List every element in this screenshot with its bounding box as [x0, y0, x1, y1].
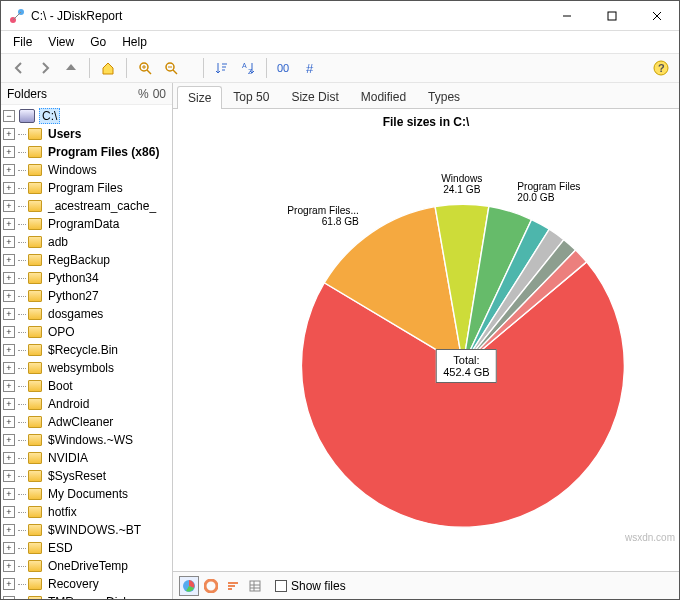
expander-icon[interactable]: + [3, 578, 15, 590]
tree-node[interactable]: +NVIDIA [1, 449, 172, 467]
tree-node[interactable]: +$Recycle.Bin [1, 341, 172, 359]
tree-node[interactable]: +Program Files [1, 179, 172, 197]
folder-icon [28, 200, 42, 212]
tree-node-label: $Recycle.Bin [46, 343, 120, 357]
expander-icon[interactable]: + [3, 596, 15, 599]
tree-node[interactable]: +dosgames [1, 305, 172, 323]
folder-icon [28, 128, 42, 140]
tree-node[interactable]: +Python34 [1, 269, 172, 287]
close-button[interactable] [634, 1, 679, 30]
expander-icon[interactable]: + [3, 434, 15, 446]
tree-node[interactable]: +OPO [1, 323, 172, 341]
tree-node[interactable]: +Python27 [1, 287, 172, 305]
help-icon[interactable]: ? [649, 56, 673, 80]
expander-icon[interactable]: + [3, 506, 15, 518]
expander-icon[interactable]: + [3, 524, 15, 536]
expander-icon[interactable]: + [3, 146, 15, 158]
tree-node[interactable]: +$SysReset [1, 467, 172, 485]
expander-icon[interactable]: + [3, 542, 15, 554]
tree-node[interactable]: +_acestream_cache_ [1, 197, 172, 215]
back-button[interactable] [7, 56, 31, 80]
tree-node[interactable]: +Windows [1, 161, 172, 179]
tree-node[interactable]: +$WINDOWS.~BT [1, 521, 172, 539]
tab-modified[interactable]: Modified [350, 85, 417, 108]
tree-node[interactable]: +ProgramData [1, 215, 172, 233]
tree-node-label: $WINDOWS.~BT [46, 523, 143, 537]
menu-view[interactable]: View [42, 33, 80, 51]
expander-icon[interactable]: + [3, 344, 15, 356]
maximize-button[interactable] [589, 1, 634, 30]
tab-size-dist[interactable]: Size Dist [280, 85, 349, 108]
folder-icon [28, 560, 42, 572]
count-button[interactable]: # [299, 56, 323, 80]
tree-node-label: Recovery [46, 577, 101, 591]
expander-icon[interactable]: + [3, 560, 15, 572]
expander-icon[interactable]: + [3, 326, 15, 338]
tree-node[interactable]: +AdwCleaner [1, 413, 172, 431]
tree-node[interactable]: +TMRescueDisk [1, 593, 172, 599]
tree-node[interactable]: +RegBackup [1, 251, 172, 269]
tree-node[interactable]: +OneDriveTemp [1, 557, 172, 575]
tree-node[interactable]: +My Documents [1, 485, 172, 503]
main-panel: SizeTop 50Size DistModifiedTypes File si… [173, 83, 679, 599]
expander-icon[interactable]: + [3, 380, 15, 392]
window-title: C:\ - JDiskReport [31, 9, 544, 23]
menu-file[interactable]: File [7, 33, 38, 51]
expander-icon[interactable]: + [3, 470, 15, 482]
minimize-button[interactable] [544, 1, 589, 30]
expander-icon[interactable]: + [3, 200, 15, 212]
expander-icon[interactable]: − [3, 110, 15, 122]
tree-node[interactable]: +ESD [1, 539, 172, 557]
tree-node[interactable]: +hotfix [1, 503, 172, 521]
tree-node[interactable]: +Users [1, 125, 172, 143]
view-pie-button[interactable] [179, 576, 199, 596]
expander-icon[interactable]: + [3, 128, 15, 140]
zoom-out-button[interactable] [159, 56, 183, 80]
svg-rect-27 [250, 581, 260, 591]
sidebar-header: Folders % 00 [1, 83, 172, 105]
tree-root[interactable]: −C:\ [1, 107, 172, 125]
view-bars-button[interactable] [223, 576, 243, 596]
expander-icon[interactable]: + [3, 164, 15, 176]
tab-types[interactable]: Types [417, 85, 471, 108]
menu-go[interactable]: Go [84, 33, 112, 51]
expander-icon[interactable]: + [3, 362, 15, 374]
folder-tree[interactable]: −C:\+Users+Program Files (x86)+Windows+P… [1, 105, 172, 599]
expander-icon[interactable]: + [3, 488, 15, 500]
expander-icon[interactable]: + [3, 182, 15, 194]
expander-icon[interactable]: + [3, 416, 15, 428]
tab-top-50[interactable]: Top 50 [222, 85, 280, 108]
tree-node[interactable]: +Android [1, 395, 172, 413]
tab-size[interactable]: Size [177, 86, 222, 109]
up-button[interactable] [59, 56, 83, 80]
view-ring-button[interactable] [201, 576, 221, 596]
expander-icon[interactable]: + [3, 254, 15, 266]
tree-node[interactable]: +Boot [1, 377, 172, 395]
sort-down-button[interactable] [210, 56, 234, 80]
menu-help[interactable]: Help [116, 33, 153, 51]
expander-icon[interactable]: + [3, 398, 15, 410]
expander-icon[interactable]: + [3, 272, 15, 284]
zoom-in-button[interactable] [133, 56, 157, 80]
tree-node[interactable]: +adb [1, 233, 172, 251]
home-button[interactable] [96, 56, 120, 80]
digits-button[interactable]: 00 [273, 56, 297, 80]
folder-icon [28, 452, 42, 464]
tree-node[interactable]: +Recovery [1, 575, 172, 593]
expander-icon[interactable]: + [3, 236, 15, 248]
view-table-button[interactable] [245, 576, 265, 596]
sort-alpha-button[interactable]: AZ [236, 56, 260, 80]
show-files-checkbox[interactable]: Show files [275, 579, 346, 593]
pie-chart[interactable]: Users315.3 GBProgram Files...61.8 GBWind… [173, 135, 679, 541]
expander-icon[interactable]: + [3, 290, 15, 302]
svg-rect-24 [228, 582, 238, 584]
tree-node[interactable]: +Program Files (x86) [1, 143, 172, 161]
expander-icon[interactable]: + [3, 218, 15, 230]
expander-icon[interactable]: + [3, 308, 15, 320]
tree-node[interactable]: +$Windows.~WS [1, 431, 172, 449]
tree-node-label: RegBackup [46, 253, 112, 267]
tree-node[interactable]: +websymbols [1, 359, 172, 377]
expander-icon[interactable]: + [3, 452, 15, 464]
sidebar-header-percent: % [138, 87, 149, 101]
forward-button[interactable] [33, 56, 57, 80]
